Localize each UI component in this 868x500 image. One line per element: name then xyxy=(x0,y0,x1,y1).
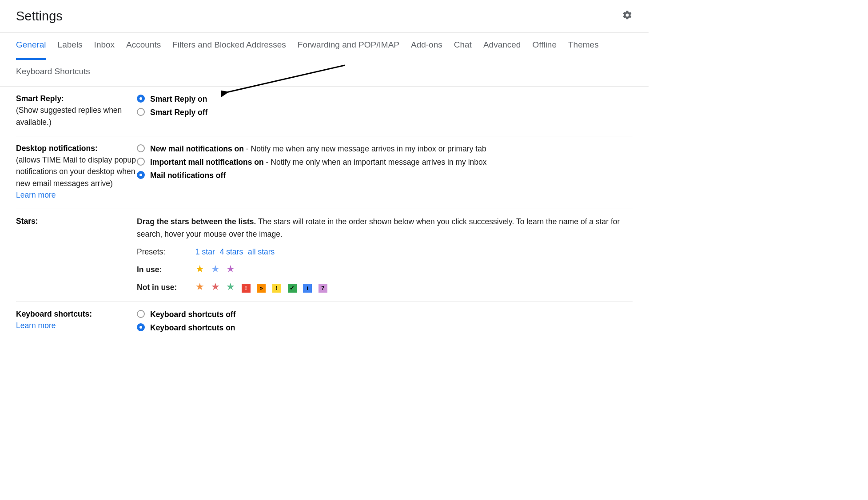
tab-accounts[interactable]: Accounts xyxy=(126,33,161,60)
section-stars: Stars: Drag the stars between the lists.… xyxy=(16,209,633,302)
tab-forwarding[interactable]: Forwarding and POP/IMAP xyxy=(298,33,399,60)
red-star-icon[interactable]: ★ xyxy=(211,281,220,292)
stars-title: Stars: xyxy=(16,217,38,226)
stars-desc-bold: Drag the stars between the lists. xyxy=(137,217,256,226)
keyboard-shortcut-option-1: Keyboard shortcuts on xyxy=(137,321,633,334)
desktop-notif-learn-more-link[interactable]: Learn more xyxy=(16,190,56,199)
smart-reply-option-0: Smart Reply on xyxy=(137,93,633,105)
smart-reply-option-1: Smart Reply off xyxy=(137,106,633,119)
stars-not-in-use-row: Not in use: ★ ★ ★ ! » ! ✓ i ? xyxy=(137,281,633,294)
keyboard-shortcut-radio-1[interactable] xyxy=(137,323,145,331)
gear-icon[interactable] xyxy=(622,10,633,23)
tab-labels[interactable]: Labels xyxy=(58,33,83,60)
desktop-notif-label-1: Important mail notifications on xyxy=(150,158,264,167)
tab-filters[interactable]: Filters and Blocked Addresses xyxy=(172,33,286,60)
orange-guillemet-icon[interactable]: » xyxy=(257,284,266,293)
preset-all-stars[interactable]: all stars xyxy=(248,247,275,256)
keyboard-shortcut-label-0: Keyboard shortcuts off xyxy=(150,308,236,321)
tab-advanced[interactable]: Advanced xyxy=(483,33,521,60)
yellow-star-icon[interactable]: ★ xyxy=(195,263,204,274)
section-keyboard-shortcuts: Keyboard shortcuts: Learn more Keyboard … xyxy=(16,302,633,343)
green-star-icon[interactable]: ★ xyxy=(226,281,235,292)
stars-description: Drag the stars between the lists. The st… xyxy=(137,215,633,240)
smart-reply-label-0: Smart Reply on xyxy=(150,93,207,105)
stars-presets-row: Presets: 1 star 4 stars all stars xyxy=(137,246,633,258)
desktop-notif-option-2: Mail notifications off xyxy=(137,169,633,182)
desktop-notif-radio-2[interactable] xyxy=(137,171,145,179)
red-bang-icon[interactable]: ! xyxy=(242,284,251,293)
keyboard-shortcut-radio-0[interactable] xyxy=(137,310,145,318)
preset-4-stars[interactable]: 4 stars xyxy=(220,247,243,256)
tab-chat[interactable]: Chat xyxy=(454,33,472,60)
not-in-use-label: Not in use: xyxy=(137,281,190,294)
desktop-notif-label-2: Mail notifications off xyxy=(150,171,226,180)
smart-reply-desc: (Show suggested replies when available.) xyxy=(16,106,122,126)
desktop-notif-option-0: New mail notifications on - Notify me wh… xyxy=(137,143,633,155)
settings-header: Settings xyxy=(0,0,649,33)
section-smart-reply: Smart Reply: (Show suggested replies whe… xyxy=(16,87,633,136)
tab-inbox[interactable]: Inbox xyxy=(94,33,115,60)
blue-info-icon[interactable]: i xyxy=(303,284,312,293)
purple-star-icon[interactable]: ★ xyxy=(226,263,235,274)
settings-page: Settings GeneralLabelsInboxAccountsFilte… xyxy=(0,0,649,343)
page-title: Settings xyxy=(16,9,63,24)
keyboard-shortcuts-title: Keyboard shortcuts: xyxy=(16,310,92,318)
tab-offline[interactable]: Offline xyxy=(532,33,557,60)
tab-keyboard[interactable]: Keyboard Shortcuts xyxy=(16,60,90,87)
settings-content: Smart Reply: (Show suggested replies whe… xyxy=(0,87,649,343)
yellow-bang-icon[interactable]: ! xyxy=(272,284,281,293)
stars-in-use-row: In use: ★ ★ ★ xyxy=(137,263,633,276)
keyboard-shortcuts-learn-more-link[interactable]: Learn more xyxy=(16,321,56,330)
keyboard-shortcut-label-1: Keyboard shortcuts on xyxy=(150,321,235,334)
desktop-notif-option-1: Important mail notifications on - Notify… xyxy=(137,156,633,168)
orange-star-icon[interactable]: ★ xyxy=(195,281,204,292)
desktop-notif-title: Desktop notifications: xyxy=(16,144,98,153)
smart-reply-radio-1[interactable] xyxy=(137,108,145,116)
blue-star-icon[interactable]: ★ xyxy=(211,263,220,274)
tab-general[interactable]: General xyxy=(16,33,46,60)
tab-addons[interactable]: Add-ons xyxy=(411,33,442,60)
tab-themes[interactable]: Themes xyxy=(568,33,599,60)
desktop-notif-desc: (allows TIME Mail to display popup notif… xyxy=(16,155,136,188)
smart-reply-radio-0[interactable] xyxy=(137,95,145,103)
in-use-label: In use: xyxy=(137,263,190,276)
desktop-notif-sublabel-1: - Notify me only when an important messa… xyxy=(264,158,487,167)
section-desktop-notifications: Desktop notifications: (allows TIME Mail… xyxy=(16,136,633,209)
desktop-notif-sublabel-0: - Notify me when any new message arrives… xyxy=(244,144,486,153)
green-check-icon[interactable]: ✓ xyxy=(288,284,297,293)
desktop-notif-radio-1[interactable] xyxy=(137,158,145,166)
preset-1-star[interactable]: 1 star xyxy=(195,247,215,256)
purple-question-icon[interactable]: ? xyxy=(319,284,327,293)
smart-reply-label-1: Smart Reply off xyxy=(150,106,207,119)
settings-tabs: GeneralLabelsInboxAccountsFilters and Bl… xyxy=(0,33,649,87)
desktop-notif-radio-0[interactable] xyxy=(137,144,145,152)
keyboard-shortcut-option-0: Keyboard shortcuts off xyxy=(137,308,633,321)
desktop-notif-label-0: New mail notifications on xyxy=(150,144,244,153)
presets-label: Presets: xyxy=(137,246,190,258)
smart-reply-title: Smart Reply: xyxy=(16,94,64,103)
